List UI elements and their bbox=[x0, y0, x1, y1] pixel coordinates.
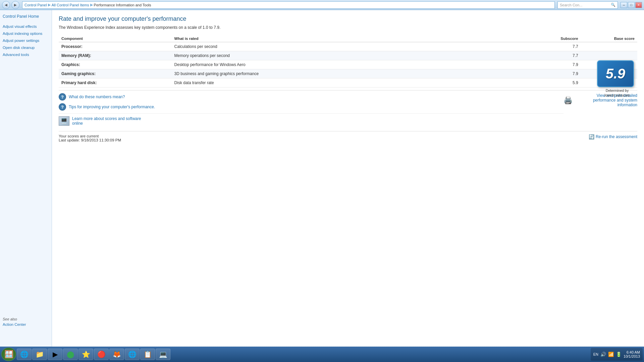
tray-battery-icon[interactable]: 🔋 bbox=[616, 352, 622, 357]
taskbar-firefox[interactable]: 🦊 bbox=[109, 349, 124, 360]
what-cell: Calculations per second bbox=[172, 42, 525, 51]
subscore-cell: 7.7 bbox=[524, 42, 581, 51]
close-button[interactable]: ✕ bbox=[635, 2, 642, 8]
info-link-row: 🖥️ Learn more about scores and software … bbox=[59, 113, 564, 126]
rerun-link[interactable]: 🔄 Re-run the assessment bbox=[589, 134, 637, 139]
component-cell: Memory (RAM): bbox=[59, 51, 172, 60]
tray-network-icon[interactable]: 📶 bbox=[608, 352, 614, 357]
address-control-panel[interactable]: Control Panel bbox=[24, 3, 47, 7]
title-bar: ◀ ▶ Control Panel ▶ All Control Panel It… bbox=[0, 0, 644, 10]
media-icon: ▶ bbox=[53, 350, 58, 358]
sidebar-item-open-disk[interactable]: Open disk cleanup bbox=[3, 45, 49, 50]
learn-more-online-link[interactable]: online bbox=[72, 121, 83, 126]
minimize-button[interactable]: ─ bbox=[621, 2, 627, 8]
taskbar-explorer[interactable]: 📁 bbox=[32, 349, 47, 360]
search-icon[interactable]: 🔍 bbox=[611, 3, 615, 7]
sidebar-item-adjust-power[interactable]: Adjust power settings bbox=[3, 38, 49, 43]
links-section: ? What do these numbers mean? ? Tips for… bbox=[59, 90, 637, 128]
taskbar-app4[interactable]: 💻 bbox=[156, 349, 170, 360]
main-layout: Control Panel Home Adjust visual effects… bbox=[0, 10, 644, 347]
search-placeholder: Search Con... bbox=[560, 3, 582, 7]
back-button[interactable]: ◀ bbox=[2, 1, 10, 9]
help-icon-1: ? bbox=[59, 93, 66, 101]
tips-link[interactable]: Tips for improving your computer's perfo… bbox=[69, 105, 155, 109]
see-also-label: See also bbox=[3, 317, 50, 321]
numbers-link[interactable]: What do these numbers mean? bbox=[69, 95, 125, 99]
rerun-label[interactable]: Re-run the assessment bbox=[596, 134, 637, 139]
component-cell: Graphics: bbox=[59, 60, 172, 69]
col-what: What is rated bbox=[172, 35, 525, 42]
col-subscore: Subscore bbox=[524, 35, 581, 42]
content-footer: Your scores are current Last update: 9/1… bbox=[59, 131, 637, 142]
col-component: Component bbox=[59, 35, 172, 42]
tray-clock[interactable]: 6:40 AM 10/1/2013 bbox=[624, 350, 640, 358]
window-controls: ─ □ ✕ bbox=[621, 2, 642, 8]
explorer-icon: 📁 bbox=[36, 350, 44, 358]
component-cell: Gaming graphics: bbox=[59, 69, 172, 78]
learn-more-link[interactable]: Learn more about scores and software bbox=[72, 116, 141, 121]
page-title: Rate and improve your computer's perform… bbox=[59, 15, 637, 22]
address-all-items[interactable]: All Control Panel Items bbox=[52, 3, 89, 7]
footer-status: Your scores are current Last update: 9/1… bbox=[59, 134, 121, 142]
taskbar-app1[interactable]: ⭐ bbox=[78, 349, 93, 360]
info-link-text: Learn more about scores and software onl… bbox=[72, 116, 141, 126]
subtitle: The Windows Experience Index assesses ke… bbox=[59, 25, 637, 30]
links-row: ? What do these numbers mean? ? Tips for… bbox=[59, 93, 637, 128]
subscore-cell: 5.9 bbox=[524, 78, 581, 87]
address-sep1: ▶ bbox=[48, 3, 51, 7]
score-badge: 5.9 bbox=[597, 60, 634, 87]
taskbar-media[interactable]: ▶ bbox=[48, 349, 62, 360]
score-badge-container: 5.9 Determined by lowest subscore bbox=[597, 60, 637, 98]
basescore-cell bbox=[581, 42, 637, 51]
taskbar-chrome[interactable]: ⬤ bbox=[63, 349, 78, 360]
table-row: Primary hard disk:Disk data transfer rat… bbox=[59, 78, 637, 87]
tray-speaker-icon[interactable]: 🔊 bbox=[600, 352, 606, 357]
app2-icon: 🔴 bbox=[97, 350, 106, 358]
sidebar-item-adjust-indexing[interactable]: Adjust indexing options bbox=[3, 31, 49, 36]
subscore-cell: 7.9 bbox=[524, 69, 581, 78]
table-row: Gaming graphics:3D business and gaming g… bbox=[59, 69, 637, 78]
taskbar-ie2[interactable]: 🌐 bbox=[125, 349, 140, 360]
tray-time: 6:40 AM bbox=[624, 350, 640, 354]
firefox-icon: 🦊 bbox=[113, 350, 121, 358]
maximize-button[interactable]: □ bbox=[628, 2, 635, 8]
tips-help-row: ? Tips for improving your computer's per… bbox=[59, 103, 564, 111]
app3-icon: 📋 bbox=[144, 350, 152, 358]
ie2-icon: 🌐 bbox=[128, 350, 137, 358]
info-icon: 🖥️ bbox=[59, 116, 69, 126]
action-center-link[interactable]: Action Center bbox=[3, 322, 50, 326]
what-cell: 3D business and gaming graphics performa… bbox=[172, 69, 525, 78]
printer-icon: 🖨️ bbox=[564, 96, 573, 105]
taskbar-ie[interactable]: 🌐 bbox=[17, 349, 32, 360]
tray-lang: EN bbox=[593, 352, 598, 356]
start-button[interactable]: 🪟 bbox=[1, 348, 16, 361]
rerun-icon: 🔄 bbox=[589, 134, 594, 139]
what-cell: Desktop performance for Windows Aero bbox=[172, 60, 525, 69]
what-cell: Memory operations per second bbox=[172, 51, 525, 60]
ie-icon: 🌐 bbox=[20, 350, 29, 358]
chrome-icon: ⬤ bbox=[67, 350, 74, 358]
content-area: Rate and improve your computer's perform… bbox=[52, 10, 644, 347]
taskbar: 🪟 🌐 📁 ▶ ⬤ ⭐ 🔴 🦊 🌐 📋 💻 EN 🔊 📶 🔋 6:40 AM 1… bbox=[0, 347, 644, 362]
sidebar-item-adjust-visual[interactable]: Adjust visual effects bbox=[3, 24, 49, 29]
app1-icon: ⭐ bbox=[82, 350, 90, 358]
taskbar-app2[interactable]: 🔴 bbox=[94, 349, 109, 360]
sidebar-item-advanced-tools[interactable]: Advanced tools bbox=[3, 52, 49, 57]
forward-button[interactable]: ▶ bbox=[11, 1, 19, 9]
numbers-help-row: ? What do these numbers mean? bbox=[59, 93, 564, 101]
left-links: ? What do these numbers mean? ? Tips for… bbox=[59, 93, 564, 128]
what-cell: Disk data transfer rate bbox=[172, 78, 525, 87]
performance-table: Component What is rated Subscore Base sc… bbox=[59, 35, 637, 87]
taskbar-app3[interactable]: 📋 bbox=[140, 349, 155, 360]
table-row: Memory (RAM):Memory operations per secon… bbox=[59, 51, 637, 60]
last-update-text: Last update: 9/18/2013 11:30:09 PM bbox=[59, 138, 121, 142]
tray-date: 10/1/2013 bbox=[624, 354, 640, 358]
address-bar[interactable]: Control Panel ▶ All Control Panel Items … bbox=[22, 1, 555, 9]
search-box[interactable]: Search Con... 🔍 bbox=[557, 1, 618, 9]
basescore-cell bbox=[581, 51, 637, 60]
sidebar-item-home[interactable]: Control Panel Home bbox=[3, 14, 49, 19]
score-badge-label: Determined by lowest subscore bbox=[597, 88, 637, 98]
app4-icon: 💻 bbox=[159, 350, 167, 358]
col-basescore: Base score bbox=[581, 35, 637, 42]
scores-current-text: Your scores are current bbox=[59, 134, 121, 138]
